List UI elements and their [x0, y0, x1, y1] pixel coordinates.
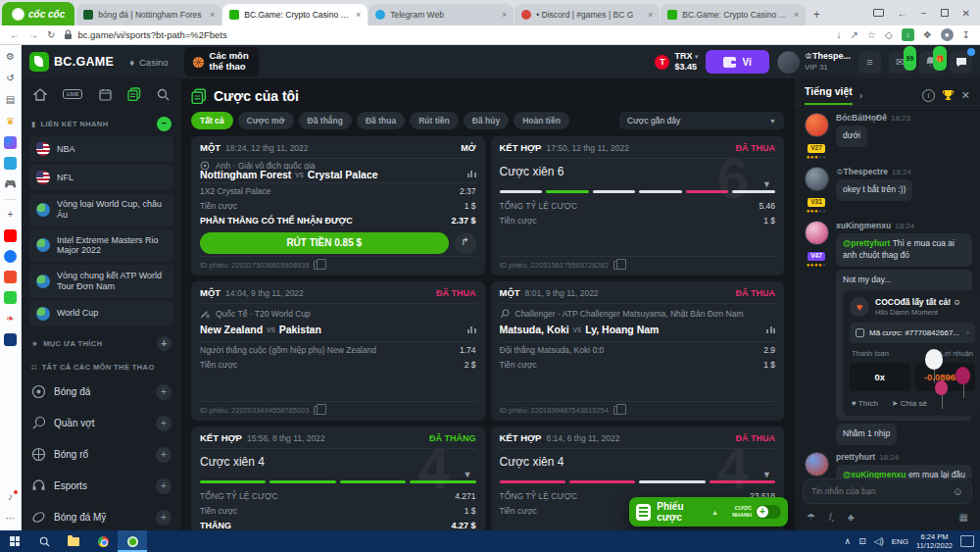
filter-won[interactable]: Đã thắng [299, 112, 352, 129]
quick-link-wc-qualifiers[interactable]: Vòng loại World Cup, châu Âu [29, 193, 173, 226]
copy-icon[interactable] [613, 261, 621, 270]
close-chat-icon[interactable]: ✕ [961, 89, 970, 102]
expand-plus-icon[interactable]: + [156, 416, 172, 431]
tab-close-icon[interactable]: × [502, 10, 507, 20]
volume-icon[interactable]: ◁) [874, 536, 884, 546]
back-icon[interactable]: ← [10, 29, 20, 40]
cashout-button[interactable]: RÚT TIỀN 0.85 $ [200, 232, 449, 254]
emoji-icon[interactable]: ☺ [953, 485, 963, 497]
extension-icon[interactable]: ❖ [923, 29, 932, 40]
commands-icon[interactable]: /‚ [829, 512, 834, 523]
settings-gear-icon[interactable]: ⚙ [4, 50, 18, 64]
youtube-icon[interactable] [4, 229, 17, 242]
tab-close-icon[interactable]: × [648, 10, 653, 20]
search-icon[interactable] [157, 88, 170, 101]
notifications-button[interactable]: 🎁 [919, 51, 942, 74]
start-button[interactable] [0, 530, 29, 552]
sidebar-item-football[interactable]: Bóng đá + [29, 376, 173, 408]
tab-close-icon[interactable]: × [210, 10, 215, 20]
shared-bet-card[interactable]: ♥ COCOđã lấy tất cả! ☺Hilo Damn Moment M… [843, 290, 980, 417]
crown-icon[interactable]: ♛ [4, 115, 18, 128]
expand-plus-icon[interactable]: + [156, 447, 172, 463]
chat-input[interactable] [811, 486, 947, 496]
tray-chevron-icon[interactable]: ∧ [845, 536, 852, 546]
browser-tab-4[interactable]: • Discord | #games | BC G × [514, 4, 660, 25]
shopee-icon[interactable] [4, 271, 17, 283]
games-icon[interactable]: 🎮 [4, 177, 18, 191]
quick-link-nfl[interactable]: NFL [29, 165, 173, 190]
chat-language-tab[interactable]: Tiếng việt [805, 85, 853, 105]
chrome-button[interactable] [88, 530, 118, 552]
collapse-quick-links-button[interactable]: − [157, 117, 172, 131]
avatar[interactable] [805, 221, 829, 245]
live-tab[interactable]: LIVE [63, 89, 82, 99]
sidebar-item-basketball[interactable]: Bóng rổ + [29, 439, 173, 471]
leaf-app-icon[interactable]: ❧ [4, 312, 18, 326]
messenger-icon[interactable] [4, 136, 17, 149]
stats-icon[interactable] [467, 326, 476, 333]
new-tab-button[interactable]: + [807, 8, 826, 22]
expand-plus-icon[interactable]: + [156, 510, 172, 526]
betslip-button[interactable]: Phiếu cược ▲ CƯỢC NHANH [629, 497, 788, 527]
forward-icon[interactable]: → [28, 29, 38, 40]
inbox-button[interactable]: ✉99 [889, 51, 911, 74]
sidebar-item-american-football[interactable]: Bóng đá Mỹ + [29, 502, 173, 530]
chat-username[interactable]: ♔Thespectre [836, 167, 888, 176]
quick-link-atp-finals[interactable]: Vòng chung kết ATP World Tour Đơn Nam [29, 265, 173, 298]
close-button[interactable]: ✕ [962, 8, 970, 19]
nav-casino[interactable]: ♦ Casino [122, 53, 175, 72]
share-icon[interactable]: ↗ [851, 29, 858, 40]
my-bets-icon-active[interactable] [127, 87, 141, 101]
expand-plus-icon[interactable]: + [156, 384, 172, 400]
nav-sports-active[interactable]: Các môn thể thao [184, 47, 259, 76]
match-row[interactable]: Nottingham ForestvsCrystal Palace [200, 170, 476, 183]
history-icon[interactable]: ↺ [4, 72, 18, 85]
share-bet-button[interactable]: ↱ [455, 232, 476, 254]
add-favorite-button[interactable]: + [157, 336, 172, 351]
telegram-app-icon[interactable] [4, 157, 17, 170]
filter-open[interactable]: Cược mở [238, 112, 294, 129]
filter-canceled[interactable]: Đã hủy [464, 112, 509, 129]
network-icon[interactable]: ⊡ [858, 536, 866, 546]
minimize-button[interactable]: − [921, 8, 927, 19]
file-explorer-button[interactable] [59, 530, 88, 552]
trophy-icon[interactable] [942, 89, 955, 101]
expand-caret-icon[interactable]: ▼ [762, 179, 771, 189]
cast-icon[interactable] [873, 9, 884, 17]
mention-link[interactable]: @prettyhurt [843, 238, 890, 248]
expand-caret-icon[interactable]: ▼ [762, 470, 771, 479]
like-button[interactable]: ♥ Thích [852, 398, 878, 409]
sort-dropdown[interactable]: Cược gần đây▼ [619, 112, 784, 129]
downloads-tray-icon[interactable]: ↧ [962, 29, 970, 40]
language-indicator[interactable]: ENG [892, 537, 908, 546]
reading-list-icon[interactable]: ▤ [4, 93, 18, 107]
quick-link-world-cup[interactable]: World Cup [29, 301, 173, 326]
share-button[interactable]: ➤ Chia sẻ [892, 398, 927, 409]
action-center-icon[interactable] [960, 535, 974, 547]
save-page-icon[interactable]: ↓ [837, 29, 842, 40]
bet-code-row[interactable]: Mã cược: #7770842667...› [850, 323, 975, 343]
browser-tab-3[interactable]: Telegram Web × [368, 4, 514, 25]
chat-username[interactable]: BócBátHọĐê [836, 113, 887, 123]
keyboard-icon[interactable]: ▦ [959, 512, 968, 523]
facebook-icon[interactable] [4, 250, 17, 263]
info-icon[interactable]: i [922, 89, 935, 102]
expand-plus-icon[interactable]: + [156, 478, 172, 494]
bet-list-button[interactable]: ≡ [858, 51, 881, 74]
reload-icon[interactable]: ↻ [47, 29, 55, 40]
chevron-right-icon[interactable]: › [859, 89, 863, 101]
filter-refund[interactable]: Hoàn tiền [514, 112, 569, 129]
chat-toggle-button[interactable] [950, 51, 972, 74]
bookmark-star-icon[interactable]: ☆ [867, 29, 876, 40]
match-row[interactable]: Matsuda, KokivsLy, Hoang Nam [500, 321, 776, 342]
user-profile[interactable]: ♔Thespe...VIP 31 [777, 51, 851, 74]
clover-icon[interactable]: ♣ [848, 512, 855, 523]
chat-username[interactable]: prettyhurt [836, 452, 875, 462]
home-icon[interactable] [33, 88, 47, 101]
tab-close-icon[interactable]: × [356, 10, 361, 20]
more-options-icon[interactable]: ⋯ [4, 512, 18, 526]
green-app-icon[interactable] [4, 291, 17, 304]
tab-close-icon[interactable]: × [794, 10, 799, 20]
filter-cashout[interactable]: Rút tiền [410, 112, 459, 129]
filter-lost[interactable]: Đã thua [357, 112, 405, 129]
